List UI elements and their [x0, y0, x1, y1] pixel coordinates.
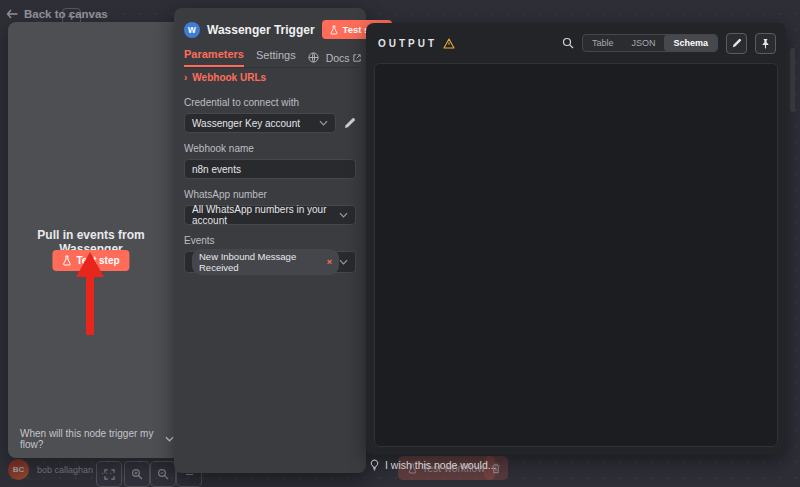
event-tag-label: New Inbound Message Received [199, 251, 323, 273]
node-tabs: Parameters Settings Docs [184, 48, 358, 68]
whatsapp-number-value: All WhatsApp numbers in your account [192, 204, 339, 226]
chevron-down-icon [165, 436, 174, 442]
tab-settings[interactable]: Settings [256, 49, 296, 66]
annotation-arrow-head [76, 252, 104, 277]
credential-select[interactable]: Wassenger Key account [184, 113, 336, 133]
events-multiselect[interactable]: New Inbound Message Received × [184, 251, 356, 273]
remove-tag-icon[interactable]: × [327, 257, 332, 267]
view-tab-table[interactable]: Table [583, 35, 623, 51]
output-empty-body [374, 63, 778, 447]
tab-parameters[interactable]: Parameters [184, 48, 244, 67]
webhook-urls-label: Webhook URLs [192, 72, 266, 83]
node-title: Wassenger Trigger [207, 23, 315, 37]
edit-output-button[interactable] [726, 33, 747, 54]
annotation-arrow-shaft [86, 275, 94, 335]
output-view-switcher: Table JSON Schema [582, 34, 718, 52]
flask-icon [62, 255, 71, 266]
chevron-down-icon [319, 120, 328, 126]
trigger-help-toggle[interactable]: When will this node trigger my flow? [20, 428, 174, 450]
parameters-form: › Webhook URLs Credential to connect wit… [184, 68, 356, 273]
chevron-down-icon [339, 259, 348, 265]
chevron-down-icon [339, 212, 348, 218]
feedback-placeholder: I wish this node would... [385, 459, 496, 471]
pin-icon [761, 38, 770, 49]
flask-icon [330, 25, 338, 35]
pin-data-button[interactable] [755, 33, 776, 54]
n8n-node-detail-view: Back to canvas + BC bob callaghan ... Te… [0, 0, 800, 487]
search-icon[interactable] [562, 37, 574, 49]
webhook-urls-section[interactable]: › Webhook URLs [184, 72, 356, 83]
view-tab-json[interactable]: JSON [622, 35, 664, 51]
output-title: OUTPUT [378, 38, 437, 49]
webhook-name-value: n8n events [192, 164, 241, 175]
trigger-input-panel: Pull in events from Wassenger Test step … [8, 22, 174, 458]
warning-icon [443, 38, 455, 49]
credential-label: Credential to connect with [184, 97, 356, 108]
webhook-name-label: Webhook name [184, 143, 356, 154]
output-panel: OUTPUT Table JSON Schema [366, 23, 786, 455]
webhook-name-input[interactable]: n8n events [184, 159, 356, 179]
external-link-icon [353, 54, 361, 62]
credential-value: Wassenger Key account [192, 118, 300, 129]
chevron-right-icon: › [184, 72, 187, 83]
wassenger-node-icon: w [184, 22, 200, 38]
view-tab-schema[interactable]: Schema [664, 35, 717, 51]
trigger-help-label: When will this node trigger my flow? [20, 428, 161, 450]
node-header: w Wassenger Trigger Test step [184, 20, 358, 39]
event-tag: New Inbound Message Received × [192, 249, 339, 275]
events-label: Events [184, 235, 356, 246]
pencil-icon [732, 38, 742, 48]
whatsapp-number-select[interactable]: All WhatsApp numbers in your account [184, 205, 356, 225]
docs-label: Docs [326, 52, 350, 64]
output-header: OUTPUT Table JSON Schema [378, 31, 776, 55]
whatsapp-number-label: WhatsApp number [184, 189, 356, 200]
edit-credential-icon[interactable] [344, 117, 356, 129]
docs-link[interactable]: Docs [326, 52, 361, 64]
node-settings-panel: w Wassenger Trigger Test step Parameters… [174, 8, 366, 473]
lightbulb-icon [370, 459, 379, 471]
node-feedback-bar[interactable]: I wish this node would... [370, 459, 496, 471]
globe-icon [308, 52, 319, 63]
